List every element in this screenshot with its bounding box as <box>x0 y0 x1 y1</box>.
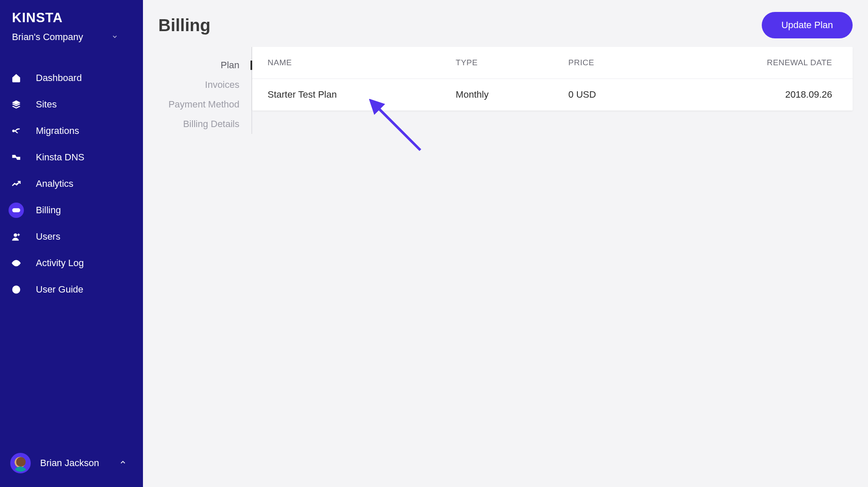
cell-type: Monthly <box>444 79 556 111</box>
table-row[interactable]: Starter Test Plan Monthly 0 USD 2018.09.… <box>252 79 853 111</box>
svg-point-0 <box>13 130 15 132</box>
sidebar-item-label: Analytics <box>36 178 73 189</box>
company-name: Brian's Company <box>12 32 83 43</box>
col-renewal: RENEWAL DATE <box>658 47 853 79</box>
sidebar-item-label: Migrations <box>36 125 79 136</box>
sidebar-item-label: Sites <box>36 99 57 110</box>
users-icon <box>9 229 24 244</box>
layers-icon <box>9 97 24 112</box>
sidebar-item-billing[interactable]: Billing <box>0 197 143 223</box>
eye-icon <box>9 255 24 271</box>
help-icon <box>9 282 24 297</box>
sidebar-item-label: User Guide <box>36 284 83 295</box>
sidebar-item-label: Dashboard <box>36 72 82 84</box>
sidebar-item-activity-log[interactable]: Activity Log <box>0 250 143 276</box>
sidebar-item-analytics[interactable]: Analytics <box>0 171 143 197</box>
sidebar-item-label: Activity Log <box>36 258 84 269</box>
sidebar-item-label: Billing <box>36 205 61 216</box>
sidebar-item-dashboard[interactable]: Dashboard <box>0 65 143 91</box>
cell-price: 0 USD <box>556 79 659 111</box>
update-plan-button[interactable]: Update Plan <box>762 12 853 38</box>
main-content: Billing Update Plan Plan Invoices Paymen… <box>143 0 868 487</box>
sidebar-item-migrations[interactable]: Migrations <box>0 118 143 144</box>
sidebar: KINSTA Brian's Company Dashboard Sites <box>0 0 143 487</box>
cell-renewal: 2018.09.26 <box>658 79 853 111</box>
migrate-icon <box>9 123 24 139</box>
sidebar-item-users[interactable]: Users <box>0 223 143 250</box>
subnav-item-billing-details[interactable]: Billing Details <box>158 114 251 134</box>
user-menu[interactable]: Brian Jackson <box>0 449 143 478</box>
sidebar-item-dns[interactable]: Kinsta DNS <box>0 144 143 171</box>
page-title: Billing <box>158 16 210 35</box>
sidebar-item-user-guide[interactable]: User Guide <box>0 276 143 303</box>
user-name: Brian Jackson <box>40 458 99 469</box>
brand-logo: KINSTA <box>0 0 143 29</box>
sidebar-item-label: Users <box>36 231 60 242</box>
svg-point-4 <box>15 262 17 264</box>
plan-table: NAME TYPE PRICE RENEWAL DATE Starter Tes… <box>252 47 853 110</box>
subnav-item-invoices[interactable]: Invoices <box>158 75 251 95</box>
sidebar-item-sites[interactable]: Sites <box>0 91 143 118</box>
col-price: PRICE <box>556 47 659 79</box>
analytics-icon <box>9 176 24 191</box>
col-name: NAME <box>252 47 444 79</box>
cell-name: Starter Test Plan <box>252 79 444 111</box>
subnav-item-payment-method[interactable]: Payment Method <box>158 95 251 114</box>
avatar <box>10 453 31 473</box>
company-selector[interactable]: Brian's Company <box>0 29 143 53</box>
billing-subnav: Plan Invoices Payment Method Billing Det… <box>158 47 252 134</box>
dns-icon <box>9 150 24 165</box>
sidebar-nav: Dashboard Sites Migrations Kinsta DNS <box>0 65 143 303</box>
svg-point-6 <box>16 292 17 293</box>
chevron-down-icon <box>111 32 118 43</box>
page-header: Billing Update Plan <box>158 12 853 38</box>
plan-table-panel: NAME TYPE PRICE RENEWAL DATE Starter Tes… <box>252 47 853 110</box>
sidebar-item-label: Kinsta DNS <box>36 152 84 163</box>
svg-point-3 <box>14 234 17 237</box>
billing-icon <box>9 203 24 218</box>
col-type: TYPE <box>444 47 556 79</box>
chevron-up-icon <box>119 458 127 468</box>
home-icon <box>9 70 24 86</box>
subnav-item-plan[interactable]: Plan <box>158 55 251 75</box>
